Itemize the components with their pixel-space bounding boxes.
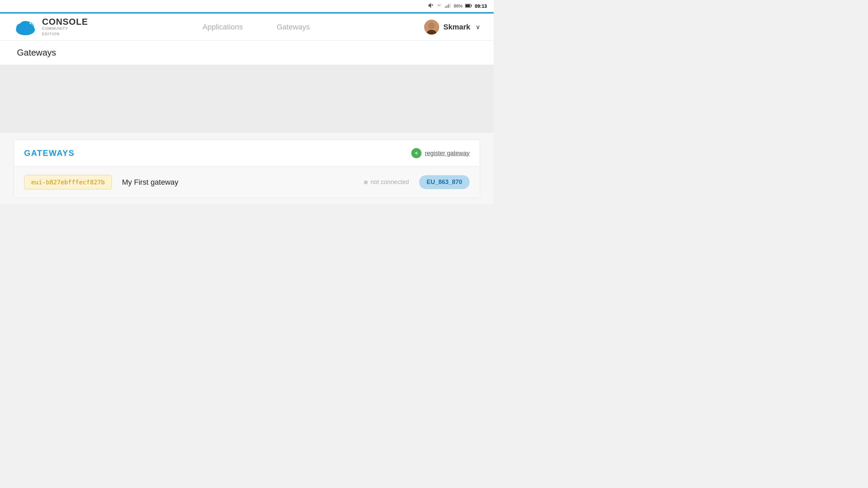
svg-rect-3 (447, 5, 448, 8)
page-content: Gateways GATEWAYS + register gateway eui… (0, 41, 494, 205)
page-title: Gateways (17, 47, 477, 58)
nav-applications[interactable]: Applications (202, 20, 243, 34)
gray-space (0, 65, 494, 133)
user-area[interactable]: Skmark ∨ (424, 20, 480, 35)
wifi-icon (436, 3, 442, 9)
gateways-section: GATEWAYS + register gateway eui-b827ebff… (0, 133, 494, 205)
gateway-region[interactable]: EU_863_870 (419, 175, 470, 189)
battery-percentage: 86% (454, 3, 462, 8)
gateways-card-title: GATEWAYS (24, 148, 75, 158)
status-dot (364, 180, 368, 184)
cloud-logo (14, 18, 37, 36)
svg-rect-4 (448, 4, 449, 8)
username: Skmark (443, 23, 470, 32)
svg-point-13 (29, 23, 31, 24)
nav-area: Applications Gateways (88, 20, 425, 34)
svg-point-17 (429, 23, 434, 28)
mute-icon (428, 3, 433, 9)
gateway-status: not connected (364, 179, 409, 186)
battery-icon (465, 3, 472, 9)
table-row[interactable]: eui-b827ebfffecf827b My First gateway no… (24, 175, 470, 189)
logo-edition-text: COMMUNITYEDITION (42, 26, 88, 37)
status-icons: 86% 09:13 (428, 3, 487, 9)
avatar (424, 20, 439, 35)
logo-area[interactable]: CONSOLE COMMUNITYEDITION (14, 17, 88, 37)
register-gateway-button[interactable]: + register gateway (411, 148, 470, 158)
svg-rect-8 (466, 4, 470, 7)
logo-console-text: CONSOLE (42, 17, 88, 26)
signal-icon (445, 3, 451, 9)
nav-gateways[interactable]: Gateways (277, 20, 310, 34)
gateway-name: My First gateway (122, 178, 354, 187)
register-gateway-label: register gateway (425, 150, 470, 157)
svg-rect-7 (471, 5, 472, 6)
header: CONSOLE COMMUNITYEDITION Applications Ga… (0, 14, 494, 41)
status-text: not connected (371, 179, 409, 186)
status-time: 09:13 (475, 3, 487, 9)
status-bar: 86% 09:13 (0, 0, 494, 12)
gateway-list: eui-b827ebfffecf827b My First gateway no… (14, 167, 480, 198)
svg-point-12 (19, 21, 32, 30)
register-plus-icon: + (411, 148, 421, 158)
svg-rect-2 (445, 6, 446, 8)
user-menu-chevron[interactable]: ∨ (476, 23, 480, 31)
svg-rect-5 (450, 3, 451, 8)
gateways-card: GATEWAYS + register gateway eui-b827ebff… (14, 140, 480, 198)
gateway-eui: eui-b827ebfffecf827b (24, 175, 112, 189)
logo-text: CONSOLE COMMUNITYEDITION (42, 17, 88, 37)
gateways-card-header: GATEWAYS + register gateway (14, 140, 480, 167)
page-title-area: Gateways (0, 41, 494, 65)
